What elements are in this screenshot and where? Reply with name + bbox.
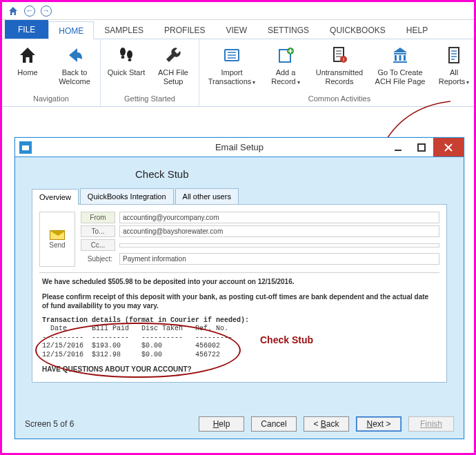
ribbon-tabs: FILE HOME SAMPLES PROFILES VIEW SETTINGS… xyxy=(2,20,474,39)
back-button[interactable]: < Back xyxy=(304,416,349,432)
bank-icon xyxy=(390,45,410,65)
svg-point-3 xyxy=(128,59,132,61)
svg-rect-14 xyxy=(393,61,407,63)
from-label[interactable]: From xyxy=(81,212,115,223)
to-field[interactable]: accounting@bayshorewater.com xyxy=(119,225,439,237)
back-arrow-icon xyxy=(64,45,85,65)
group-label-navigation: Navigation xyxy=(33,94,69,105)
chevron-down-icon: ▾ xyxy=(297,79,300,85)
finish-button: Finish xyxy=(408,416,454,432)
subject-label: Subject: xyxy=(81,254,115,264)
ribbon-add-label: Add a Record▾ xyxy=(266,68,306,85)
ribbon-untransmitted[interactable]: ! Untransmitted Records xyxy=(313,42,366,85)
group-label-common: Common Activities xyxy=(308,94,370,105)
svg-rect-12 xyxy=(399,55,401,61)
tab-quickbooks[interactable]: QUICKBOOKS xyxy=(319,21,396,39)
tab-view[interactable]: VIEW xyxy=(215,21,257,39)
forward-qat-icon[interactable]: → xyxy=(39,4,53,18)
quick-access-toolbar: ← → xyxy=(2,2,474,20)
ribbon-goto-label: Go To Create ACH File Page xyxy=(373,68,427,85)
body-questions: HAVE QUESTIONS ABOUT YOUR ACCOUNT? xyxy=(42,365,437,374)
next-button[interactable]: Next > xyxy=(356,416,401,432)
ribbon-goto-create-ach[interactable]: Go To Create ACH File Page xyxy=(373,42,427,85)
document-alert-icon: ! xyxy=(329,45,350,65)
home-qat-icon[interactable] xyxy=(6,4,20,18)
minimize-button[interactable] xyxy=(386,138,410,156)
svg-rect-15 xyxy=(449,48,459,63)
window-title: Email Setup xyxy=(215,142,264,152)
ribbon-add-record[interactable]: Add a Record▾ xyxy=(266,42,306,85)
ribbon-back-welcome[interactable]: Back to Welcome xyxy=(54,42,95,85)
back-qat-icon[interactable]: ← xyxy=(23,4,37,18)
cancel-button[interactable]: Cancel xyxy=(251,416,297,432)
ribbon-home-label: Home xyxy=(17,68,37,77)
window-icon xyxy=(19,141,32,154)
ribbon-body: Home Back to Welcome Navigation Quick St… xyxy=(2,39,474,107)
ribbon-group-getting-started: Quick Start ACH File Setup Getting Start… xyxy=(101,39,199,106)
svg-point-2 xyxy=(127,50,132,59)
tab-help[interactable]: HELP xyxy=(396,21,438,39)
ribbon-import-label: Import Transactions▾ xyxy=(205,68,259,85)
tab-quickbooks-integration[interactable]: QuickBooks Integration xyxy=(80,188,174,204)
svg-rect-18 xyxy=(22,145,29,150)
screen-counter: Screen 5 of 6 xyxy=(25,419,74,429)
import-icon xyxy=(221,45,242,65)
close-button[interactable] xyxy=(433,138,464,156)
tab-home[interactable]: HOME xyxy=(48,21,94,39)
ribbon-quick-start-label: Quick Start xyxy=(108,68,145,77)
from-field[interactable]: accounting@yourcompany.com xyxy=(119,212,439,223)
tab-file[interactable]: FILE xyxy=(5,20,48,39)
body-line1: We have scheduled $505.98 to be deposite… xyxy=(42,277,437,287)
svg-rect-20 xyxy=(418,144,425,151)
ribbon-all-reports[interactable]: All Reports▾ xyxy=(434,42,474,85)
tab-profiles[interactable]: PROFILES xyxy=(154,21,215,39)
ribbon-reports-label: All Reports▾ xyxy=(434,68,474,85)
ribbon-ach-file-setup[interactable]: ACH File Setup xyxy=(153,42,193,85)
svg-rect-19 xyxy=(395,150,401,151)
wrench-icon xyxy=(163,45,184,65)
add-record-icon xyxy=(275,45,296,65)
svg-point-0 xyxy=(120,48,126,56)
ribbon-back-label: Back to Welcome xyxy=(54,68,95,85)
tab-overview[interactable]: Overview xyxy=(32,189,79,205)
ribbon-import-transactions[interactable]: Import Transactions▾ xyxy=(205,42,259,85)
home-icon xyxy=(17,45,38,65)
cc-field[interactable] xyxy=(119,243,439,247)
send-label: Send xyxy=(49,241,65,249)
footprints-icon xyxy=(116,45,137,65)
tab-content-overview: Send Fromaccounting@yourcompany.com To..… xyxy=(32,205,447,383)
ribbon-untrans-label: Untransmitted Records xyxy=(313,68,366,85)
ribbon-group-navigation: Home Back to Welcome Navigation xyxy=(2,39,101,106)
tab-samples[interactable]: SAMPLES xyxy=(94,21,154,39)
cc-label[interactable]: Cc... xyxy=(81,239,115,251)
panel-title: Check Stub xyxy=(135,168,454,180)
group-label-getting-started: Getting Started xyxy=(124,94,175,105)
svg-rect-10 xyxy=(394,53,406,54)
email-header-area: Send Fromaccounting@yourcompany.com To..… xyxy=(39,212,439,267)
chevron-down-icon: ▾ xyxy=(252,79,255,85)
window-titlebar[interactable]: Email Setup xyxy=(15,138,464,157)
reports-icon xyxy=(444,45,464,65)
svg-point-1 xyxy=(121,56,125,59)
inner-tabs: Overview QuickBooks Integration All othe… xyxy=(32,188,447,205)
subject-field[interactable]: Payment information xyxy=(119,253,439,265)
svg-rect-11 xyxy=(395,55,397,61)
tab-all-other-users[interactable]: All other users xyxy=(175,188,239,204)
ribbon-home[interactable]: Home xyxy=(8,42,48,77)
email-body: We have scheduled $505.98 to be deposite… xyxy=(39,272,439,383)
to-label[interactable]: To... xyxy=(81,225,115,237)
annotation-label: Check Stub xyxy=(260,334,313,347)
ribbon-group-common: Import Transactions▾ Add a Record▾ ! Unt… xyxy=(199,39,476,106)
svg-text:!: ! xyxy=(343,57,344,63)
maximize-button[interactable] xyxy=(410,138,433,156)
svg-rect-13 xyxy=(404,55,406,61)
ribbon-ach-setup-label: ACH File Setup xyxy=(153,68,193,85)
body-line2: Please confirm receipt of this deposit w… xyxy=(42,292,437,311)
help-button[interactable]: Help xyxy=(199,416,244,432)
email-setup-window: Email Setup Check Stub Overview QuickBoo… xyxy=(14,137,464,439)
send-button[interactable]: Send xyxy=(39,212,75,267)
chevron-down-icon: ▾ xyxy=(466,79,469,85)
tab-settings[interactable]: SETTINGS xyxy=(257,21,319,39)
wizard-footer: Screen 5 of 6 Help Cancel < Back Next > … xyxy=(25,416,454,432)
ribbon-quick-start[interactable]: Quick Start xyxy=(106,42,146,77)
